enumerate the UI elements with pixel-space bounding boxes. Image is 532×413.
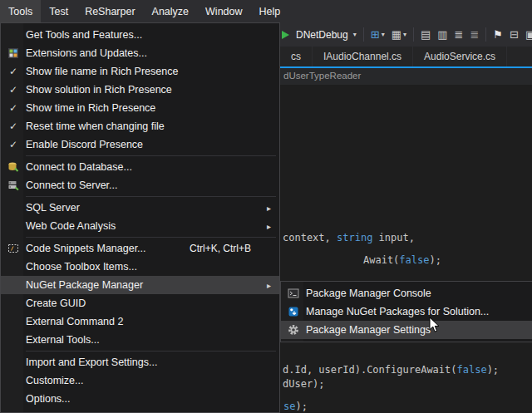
menu-item-package-manager-settings[interactable]: Package Manager Settings [281, 321, 532, 339]
menu-item-external-command-2[interactable]: External Command 2 [1, 312, 279, 331]
line-list-alt-icon[interactable]: ≣ [470, 29, 479, 40]
doc-preview-icon[interactable]: ▥ [437, 29, 447, 40]
code-segment: ); [429, 254, 441, 266]
menu-item-enable-discord-presence[interactable]: ✓Enable Discord Presence [1, 135, 279, 154]
menubar-item-analyze[interactable]: Analyze [144, 0, 197, 22]
doc-outline-icon[interactable]: ▤ [421, 29, 431, 40]
check-icon: ✓ [1, 139, 26, 150]
split-window-icon[interactable]: ⊟ [510, 29, 519, 40]
check-icon: ✓ [1, 84, 26, 96]
menu-item-options[interactable]: Options... [1, 390, 279, 408]
toolbar-separator [485, 27, 486, 42]
menu-item-shortcut: Ctrl+K, Ctrl+B [190, 243, 251, 254]
menu-item-label: Import and Export Settings... [26, 356, 279, 368]
code-segment: string [337, 232, 372, 243]
menu-item-label: SQL Server [26, 202, 279, 214]
menu-separator [26, 196, 276, 197]
code-segment: false [399, 254, 429, 266]
code-segment: ); [295, 401, 307, 412]
tab-audioservice-cs[interactable]: AudioService.cs [413, 47, 507, 66]
menu-item-label: Options... [26, 393, 279, 405]
check-icon: ✓ [1, 120, 26, 132]
tools-menu-items: Get Tools and Features...Extensions and … [1, 23, 279, 411]
menubar: ToolsTestReSharperAnalyzeWindowHelp [0, 0, 532, 22]
vs-window: ToolsTestReSharperAnalyzeWindowHelp DNet… [0, 0, 532, 413]
code-segment: se [283, 401, 295, 412]
menu-item-label: Web Code Analysis [26, 220, 279, 232]
breadcrumb[interactable]: dUserTypeReader [283, 71, 361, 81]
start-debug-icon[interactable] [282, 31, 289, 39]
menubar-item-resharper[interactable]: ReSharper [76, 0, 143, 22]
tab-cs[interactable]: cs [280, 47, 313, 66]
menu-item-label: Reset time when changing file [26, 120, 279, 132]
menu-item-create-guid[interactable]: Create GUID [1, 294, 279, 312]
menu-item-manage-nuget-packages-for-solution[interactable]: Manage NuGet Packages for Solution... [281, 302, 532, 321]
menu-item-label: External Command 2 [26, 316, 279, 327]
code-segment: input, [372, 232, 415, 243]
chevron-down-icon: ▾ [403, 32, 406, 38]
chevron-down-icon: ▾ [382, 32, 385, 38]
menu-item-label: Package Manager Settings [306, 324, 532, 336]
code-segment: ); [487, 364, 499, 376]
menubar-item-window[interactable]: Window [197, 0, 250, 22]
attach-icon[interactable]: ⊞▾ [371, 29, 385, 40]
menubar-item-tools[interactable]: Tools [0, 0, 41, 22]
toolbar-separator [363, 27, 364, 42]
menu-item-label: Customize... [26, 375, 279, 386]
menu-item-connect-to-server[interactable]: Connect to Server... [1, 176, 279, 194]
menu-item-label: NuGet Package Manager [26, 279, 279, 291]
menu-item-label: Package Manager Console [306, 288, 532, 299]
menu-item-label: Get Tools and Features... [26, 29, 279, 41]
bookmark-icon[interactable]: ⚑ [493, 29, 503, 40]
menu-item-sql-server[interactable]: SQL Server▸ [1, 199, 279, 217]
menu-item-connect-to-database[interactable]: Connect to Database... [1, 158, 279, 176]
menu-item-choose-toolbox-items[interactable]: Choose Toolbox Items... [1, 258, 279, 276]
bookmark-icon-glyph: ⚑ [493, 29, 503, 40]
code-line: dUser); [283, 378, 325, 390]
line-list-alt-icon-glyph: ≣ [470, 29, 479, 40]
menu-item-label: Manage NuGet Packages for Solution... [306, 306, 532, 317]
menu-item-label: Show time in Rich Presence [26, 102, 279, 114]
menu-item-label: Connect to Database... [26, 161, 279, 173]
debug-target-dropdown[interactable]: DNetDebug ▾ [296, 29, 357, 41]
debug-target-label: DNetDebug [296, 29, 348, 41]
window-layout-icon[interactable]: ▦▾ [392, 29, 406, 40]
menu-item-nuget-package-manager[interactable]: NuGet Package Manager▸ [1, 276, 279, 294]
code-segment: false [457, 364, 487, 376]
menu-item-show-file-name-in-rich-presence[interactable]: ✓Show file name in Rich Presence [1, 62, 279, 81]
menu-item-code-snippets-manager[interactable]: Code Snippets Manager...Ctrl+K, Ctrl+B [1, 239, 279, 258]
console-icon [281, 288, 306, 299]
menu-item-import-and-export-settings[interactable]: Import and Export Settings... [1, 353, 279, 371]
menu-item-web-code-analysis[interactable]: Web Code Analysis▸ [1, 217, 279, 235]
menu-item-show-time-in-rich-presence[interactable]: ✓Show time in Rich Presence [1, 99, 279, 117]
line-list-icon[interactable]: ≣ [455, 29, 464, 40]
line-list-icon-glyph: ≣ [455, 29, 464, 40]
menu-item-label: Create GUID [26, 297, 279, 309]
package-icon [281, 306, 306, 317]
menubar-item-test[interactable]: Test [41, 0, 76, 22]
tab-iaudiochannel-cs[interactable]: IAudioChannel.cs [313, 47, 413, 66]
menu-item-get-tools-and-features[interactable]: Get Tools and Features... [1, 26, 279, 44]
frame-icon[interactable]: ▣ [525, 29, 532, 40]
menu-separator [26, 351, 276, 352]
code-line: d.Id, userId).ConfigureAwait(false); [283, 364, 499, 376]
code-segment: Await( [363, 254, 399, 266]
code-segment: dUser); [283, 378, 325, 390]
chevron-down-icon: ▾ [353, 32, 357, 38]
menu-item-reset-time-when-changing-file[interactable]: ✓Reset time when changing file [1, 117, 279, 135]
menu-separator [26, 237, 276, 238]
menu-item-package-manager-console[interactable]: Package Manager Console [281, 284, 532, 302]
code-line: context, string input, [283, 232, 415, 243]
menu-item-customize[interactable]: Customize... [1, 371, 279, 390]
menu-item-label: Extensions and Updates... [26, 47, 279, 59]
menu-item-label: Enable Discord Presence [26, 139, 279, 150]
menu-item-show-solution-in-rich-presence[interactable]: ✓Show solution in Rich Presence [1, 81, 279, 99]
menu-item-label: External Tools... [26, 334, 279, 346]
menu-item-label: Connect to Server... [26, 179, 279, 191]
check-icon: ✓ [1, 102, 26, 114]
menu-item-extensions-and-updates[interactable]: Extensions and Updates... [1, 44, 279, 62]
code-segment: context [283, 232, 325, 243]
server-icon [1, 179, 26, 191]
menubar-item-help[interactable]: Help [251, 0, 289, 22]
menu-item-external-tools[interactable]: External Tools... [1, 331, 279, 349]
